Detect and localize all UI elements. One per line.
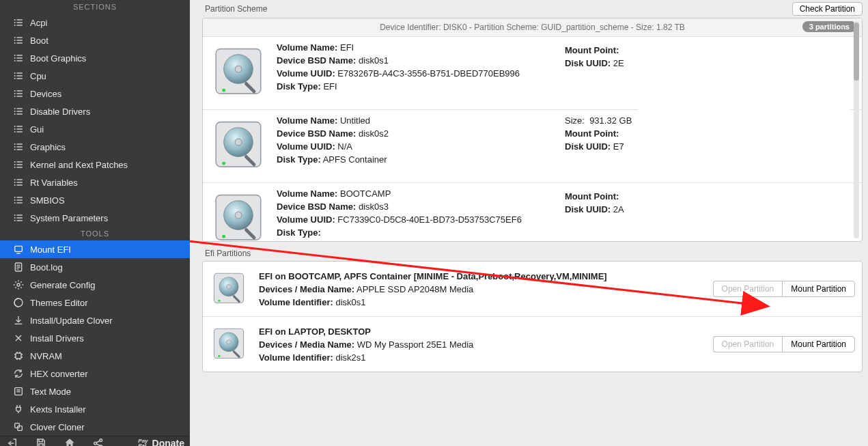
svg-point-28	[14, 96, 16, 97]
mount-efi-icon	[12, 243, 25, 255]
open-partition-button[interactable]: Open Partition	[713, 336, 783, 352]
svg-rect-65	[16, 202, 23, 203]
drive-icon	[207, 41, 270, 104]
refresh-icon	[12, 367, 25, 380]
svg-point-44	[14, 146, 16, 148]
svg-rect-25	[16, 90, 23, 91]
sidebar-item-label: Themes Editor	[30, 298, 183, 308]
sidebar-item-clover-cloner[interactable]: Clover Cloner	[0, 418, 190, 436]
sidebar-item-install-drivers[interactable]: Install Drivers	[0, 329, 190, 347]
svg-rect-69	[16, 217, 23, 218]
sidebar-item-generate-config[interactable]: Generate Config	[0, 276, 190, 294]
svg-point-22	[14, 78, 16, 79]
text-icon	[12, 385, 25, 398]
check-partition-button[interactable]: Check Partition	[792, 2, 863, 16]
list-icon	[12, 141, 25, 153]
sidebar-item-rt-variables[interactable]: Rt Variables	[0, 173, 190, 191]
share-icon[interactable]	[92, 436, 105, 446]
svg-point-2	[14, 22, 16, 23]
toolbar-title: Partition Scheme	[205, 4, 267, 14]
list-icon	[12, 194, 25, 206]
svg-point-95	[222, 235, 225, 238]
svg-point-58	[14, 184, 16, 186]
efi-panel: EFI on BOOTCAMP, APFS Container [MINIME …	[202, 261, 863, 372]
svg-point-16	[14, 60, 16, 61]
logout-icon[interactable]	[5, 436, 19, 446]
clone-icon	[12, 421, 25, 433]
sidebar-item-kexts-installer[interactable]: Kexts Installer	[0, 400, 190, 418]
sidebar-item-label: Disable Drivers	[30, 107, 183, 117]
svg-rect-71	[16, 220, 23, 221]
svg-rect-1	[16, 19, 23, 20]
save-icon[interactable]	[34, 436, 48, 446]
scrollbar[interactable]	[854, 21, 859, 238]
list-icon	[12, 70, 25, 82]
sidebar-item-disable-drivers[interactable]: Disable Drivers	[0, 102, 190, 120]
sidebar-item-boot-graphics[interactable]: Boot Graphics	[0, 49, 190, 67]
partition-row[interactable]: Volume Name: Untitled Device BSD Name: d…	[203, 110, 862, 183]
svg-rect-31	[16, 108, 23, 109]
svg-rect-11	[16, 42, 23, 43]
sidebar-item-hex-converter[interactable]: HEX converter	[0, 365, 190, 382]
sidebar-item-acpi[interactable]: Acpi	[0, 14, 190, 31]
list-icon	[12, 87, 25, 100]
log-icon	[12, 261, 25, 273]
svg-point-56	[14, 182, 16, 183]
svg-point-94	[235, 212, 242, 219]
list-icon	[12, 123, 25, 135]
device-info-text: Device Identifier: DISK0 - Partition Sch…	[380, 23, 685, 32]
donate-button[interactable]: PayPal Donate	[138, 438, 184, 446]
sidebar-item-label: HEX converter	[30, 369, 183, 379]
drive-icon	[207, 187, 270, 241]
donate-label: Donate	[152, 438, 184, 446]
svg-rect-76	[16, 353, 21, 359]
sidebar-item-label: Graphics	[30, 142, 183, 152]
list-icon	[12, 16, 25, 29]
toolbar: Partition Scheme Check Partition	[190, 0, 868, 18]
bottom-bar: PayPal Donate	[0, 436, 190, 446]
sidebar-item-gui[interactable]: Gui	[0, 120, 190, 138]
sidebar-item-nvram[interactable]: NVRAM	[0, 347, 190, 365]
sidebar-item-boot[interactable]: Boot	[0, 31, 190, 49]
sidebar-item-install-update-clover[interactable]: Install/Update Clover	[0, 311, 190, 329]
sidebar-item-graphics[interactable]: Graphics	[0, 138, 190, 156]
sidebar-item-devices[interactable]: Devices	[0, 85, 190, 102]
sidebar-item-label: Mount EFI	[30, 245, 183, 255]
svg-rect-47	[16, 149, 23, 150]
list-icon	[12, 158, 25, 171]
sidebar-item-themes-editor[interactable]: Themes Editor	[0, 294, 190, 311]
svg-point-52	[14, 167, 16, 168]
sidebar-item-label: SMBIOS	[30, 195, 183, 206]
sidebar-item-label: Install/Update Clover	[30, 316, 183, 326]
svg-point-20	[14, 75, 16, 76]
efi-row: EFI on LAPTOP, DESKTOP Devices / Media N…	[203, 317, 862, 372]
sidebar-item-boot-log[interactable]: Boot.log	[0, 258, 190, 276]
svg-point-40	[14, 131, 16, 133]
home-icon[interactable]	[63, 436, 76, 446]
svg-point-8	[14, 40, 16, 41]
svg-point-46	[14, 149, 16, 150]
efi-title: EFI on LAPTOP, DESKTOP	[259, 326, 371, 337]
svg-rect-17	[16, 60, 23, 61]
sidebar-item-text-mode[interactable]: Text Mode	[0, 382, 190, 400]
mount-partition-button[interactable]: Mount Partition	[782, 281, 855, 297]
sidebar-item-smbios[interactable]: SMBIOS	[0, 191, 190, 209]
open-partition-button[interactable]: Open Partition	[713, 281, 783, 297]
svg-rect-21	[16, 75, 23, 76]
svg-point-98	[227, 285, 231, 289]
sidebar-item-system-parameters[interactable]: System Parameters	[0, 209, 190, 227]
efi-row: EFI on BOOTCAMP, APFS Container [MINIME …	[203, 262, 862, 317]
sidebar-item-label: Boot.log	[30, 262, 183, 273]
partitions-panel-header: Device Identifier: DISK0 - Partition Sch…	[203, 18, 862, 37]
svg-point-12	[14, 55, 16, 56]
sidebar-item-kernel-and-kext-patches[interactable]: Kernel and Kext Patches	[0, 156, 190, 173]
sidebar-item-cpu[interactable]: Cpu	[0, 67, 190, 85]
sidebar-item-label: Text Mode	[30, 387, 183, 397]
svg-point-4	[14, 25, 16, 26]
sidebar-item-mount-efi[interactable]: Mount EFI	[0, 240, 190, 258]
svg-point-14	[14, 57, 16, 59]
tools-icon	[12, 332, 25, 344]
svg-point-26	[14, 93, 16, 94]
mount-partition-button[interactable]: Mount Partition	[782, 336, 855, 352]
svg-point-87	[222, 89, 225, 92]
